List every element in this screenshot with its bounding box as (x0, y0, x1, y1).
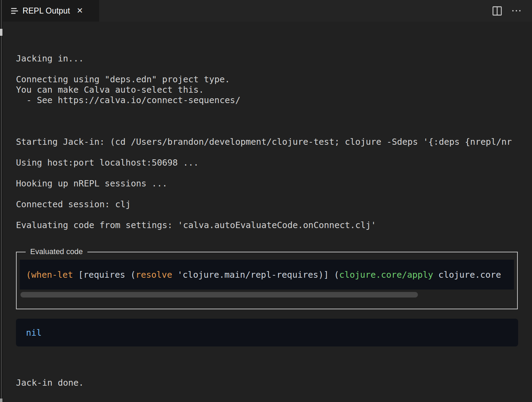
more-actions-button[interactable] (511, 6, 522, 16)
code-segment: clojure.core (433, 270, 501, 280)
rail-indicator (0, 29, 2, 36)
evaluated-code-box: Evaluated code (when-let [requires (reso… (16, 252, 518, 309)
code-segment: clojure.core/apply (339, 270, 433, 280)
console-output: Jacking in... Connecting using "deps.edn… (16, 22, 532, 231)
evaluated-code-legend: Evaluated code (26, 247, 87, 256)
horizontal-scrollbar[interactable] (20, 292, 514, 298)
editor-tab-bar: REPL Output ✕ (3, 0, 532, 22)
result-value: nil (26, 328, 42, 338)
rail-bottom-mark (0, 399, 2, 402)
left-rail (0, 0, 3, 402)
split-editor-icon (492, 6, 502, 16)
output-icon (11, 8, 18, 14)
ellipsis-icon (512, 10, 521, 11)
repl-output-panel: Jacking in... Connecting using "deps.edn… (3, 22, 532, 402)
code-segment: 'clojure.main/repl-requires)] ( (172, 270, 339, 280)
scrollbar-thumb[interactable] (20, 292, 418, 298)
code-segment: resolve (136, 270, 172, 280)
close-icon[interactable]: ✕ (77, 7, 83, 15)
rail-divider (1, 0, 2, 402)
code-segment: (when-let (26, 270, 73, 280)
tab-repl-output[interactable]: REPL Output ✕ (3, 0, 99, 22)
tab-label: REPL Output (23, 6, 70, 16)
editor-actions (492, 0, 522, 22)
evaluated-code-block: (when-let [requires (resolve 'clojure.ma… (20, 260, 514, 290)
code-segment: [requires ( (73, 270, 136, 280)
jack-in-done-line: Jack-in done. (16, 346, 532, 388)
tab-bar-spacer (99, 0, 492, 22)
split-editor-button[interactable] (492, 6, 502, 16)
result-box: nil (16, 319, 518, 346)
evaluated-code-line: (when-let [requires (resolve 'clojure.ma… (26, 270, 501, 280)
